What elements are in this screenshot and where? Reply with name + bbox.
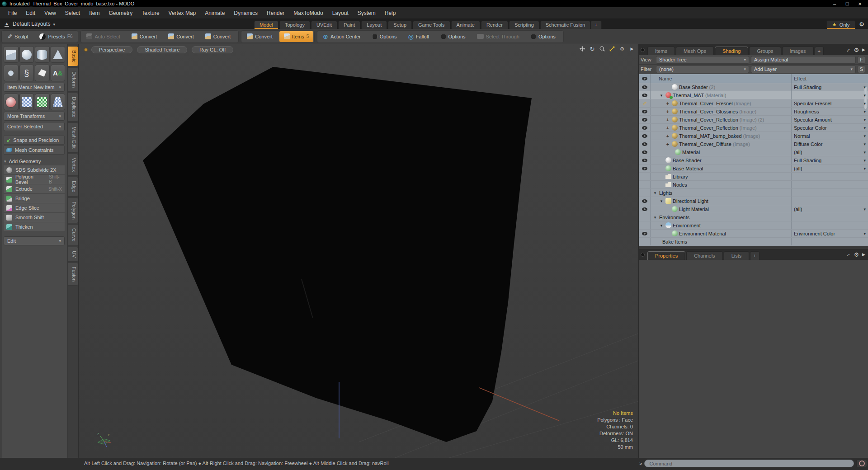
panel-tab[interactable]: Items	[647, 47, 675, 55]
effect-dropdown-icon[interactable]	[863, 118, 866, 122]
geometry-tool-item[interactable]: Edge Slice	[4, 203, 65, 213]
primitive-tool-button[interactable]	[19, 65, 34, 81]
shader-tree-row[interactable]: Thermal_Cover_Glossines (Image) Roughnes…	[639, 108, 868, 116]
center-selected-dropdown[interactable]: Center Selected	[4, 122, 65, 131]
toolbar-button[interactable]: Falloff	[404, 31, 436, 42]
effect-dropdown-icon[interactable]	[863, 142, 866, 146]
viewport-menu-arrow-icon[interactable]: ▶	[628, 45, 636, 52]
visibility-toggle[interactable]	[639, 205, 651, 213]
command-input[interactable]	[644, 460, 854, 467]
menu-item[interactable]: Animate	[200, 10, 229, 16]
workspace-tab[interactable]: Animate	[451, 21, 480, 29]
effect-cell[interactable]: Normal	[791, 132, 868, 140]
menu-item[interactable]: Dynamics	[229, 10, 262, 16]
panel-thumb-icon[interactable]	[641, 48, 645, 52]
workspace-tab[interactable]: Model	[254, 21, 278, 29]
shader-tree-row[interactable]: Environments	[639, 213, 868, 221]
primitive-tool-button[interactable]	[4, 65, 19, 81]
visibility-toggle[interactable]	[639, 197, 651, 205]
mesh-tool-button[interactable]	[4, 94, 19, 110]
shader-tree-row[interactable]: Lights	[639, 189, 868, 197]
menu-item[interactable]: Layout	[328, 10, 353, 16]
layout-selector[interactable]: Default Layouts	[13, 21, 55, 27]
effect-dropdown-icon[interactable]	[863, 207, 866, 212]
effect-cell[interactable]: (all)	[791, 148, 868, 156]
s-button[interactable]: S	[858, 66, 865, 73]
viewport-mode-button[interactable]: Shaded Texture	[137, 46, 187, 53]
tool-category-tab[interactable]: Basic	[68, 46, 78, 66]
rotate-icon[interactable]: ↻	[589, 45, 596, 52]
workspace-tab[interactable]: Schematic Fusion	[540, 21, 590, 29]
view-mode-dropdown[interactable]: Shader Tree	[656, 56, 749, 64]
visibility-toggle[interactable]	[639, 181, 651, 188]
effect-cell[interactable]: Diffuse Color	[791, 140, 868, 148]
viewport-mode-button[interactable]: Perspective	[91, 46, 132, 53]
toolbar-button[interactable]: Options	[526, 31, 562, 42]
mesh-tool-button[interactable]	[51, 94, 66, 110]
filter-dropdown[interactable]: (none)	[656, 66, 749, 73]
shader-tree-row[interactable]: Material (all)	[639, 148, 868, 156]
effect-cell[interactable]: Specular Color	[791, 124, 868, 132]
tool-category-tab[interactable]: Polygon	[68, 197, 78, 224]
effect-dropdown-icon[interactable]	[863, 109, 866, 114]
toolbar-button[interactable]: Options	[436, 31, 472, 42]
geometry-tool-item[interactable]: SDS Subdivide 2X	[4, 165, 65, 175]
add-geometry-section-header[interactable]: Add Geometry	[4, 159, 65, 164]
menu-item[interactable]: Geometry	[104, 10, 137, 16]
menu-item[interactable]: Texture	[137, 10, 164, 16]
maximize-button[interactable]: □	[841, 0, 854, 7]
effect-dropdown-icon[interactable]	[863, 158, 866, 163]
shader-tree-row[interactable]: Directional Light	[639, 197, 868, 205]
viewport-3d[interactable]: Z Y Perspective Shaded Texture Ray GL: O…	[79, 44, 638, 458]
shader-tree-row[interactable]: Thermal_MAT (Material)	[639, 91, 868, 99]
workspace-tab[interactable]: Setup	[388, 21, 412, 29]
expander-icon[interactable]	[659, 223, 664, 228]
mesh-tool-button[interactable]	[19, 94, 34, 110]
menu-item[interactable]: Select	[61, 10, 85, 16]
effect-cell[interactable]	[791, 91, 868, 99]
visibility-toggle[interactable]	[639, 91, 651, 99]
effect-cell[interactable]: Environment Color	[791, 230, 868, 237]
gear-icon[interactable]: ⚙	[859, 21, 864, 28]
viewport-mode-button[interactable]: Ray GL: Off	[192, 46, 233, 53]
zoom-icon[interactable]	[609, 45, 616, 52]
menu-item[interactable]: MaxToModo	[289, 10, 327, 16]
effect-dropdown-icon[interactable]	[863, 85, 866, 89]
visibility-toggle[interactable]	[639, 108, 651, 115]
tool-category-tab[interactable]: UV	[68, 247, 78, 262]
effect-cell[interactable]	[791, 181, 868, 188]
properties-tab[interactable]: Channels	[686, 251, 722, 260]
toolbar-button[interactable]: Convert	[127, 31, 164, 42]
visibility-toggle[interactable]	[639, 221, 651, 229]
viewport-canvas[interactable]: Z Y	[79, 44, 638, 458]
effect-cell[interactable]	[791, 189, 868, 197]
expand-panel-icon[interactable]: ↔	[844, 46, 852, 54]
expander-icon[interactable]	[665, 117, 670, 122]
gear-icon[interactable]: ⚙	[854, 47, 859, 53]
macro-record-button[interactable]	[856, 460, 867, 467]
visibility-toggle[interactable]	[639, 124, 651, 132]
tool-category-tab[interactable]: Curve	[68, 224, 78, 245]
tool-category-tab[interactable]: Edge	[68, 177, 78, 197]
effect-dropdown-icon[interactable]	[863, 166, 866, 171]
toolbar-button[interactable]: Presets F6	[35, 31, 77, 42]
shader-tree-row[interactable]: Environment	[639, 221, 868, 230]
mesh-constraints-button[interactable]: Mesh Constraints	[4, 146, 65, 155]
effect-dropdown-icon[interactable]	[863, 101, 866, 106]
shader-tree-row[interactable]: Nodes	[639, 181, 868, 189]
mesh-tool-button[interactable]	[35, 94, 50, 110]
primitive-tool-button[interactable]	[51, 46, 66, 63]
primitive-tool-button[interactable]	[4, 46, 19, 63]
geometry-tool-item[interactable]: Thicken	[4, 222, 65, 232]
visibility-toggle[interactable]	[639, 238, 651, 245]
shader-tree-row[interactable]: Library	[639, 173, 868, 181]
geometry-tool-item[interactable]: Extrude Shift-X	[4, 184, 65, 194]
visibility-toggle[interactable]	[639, 213, 651, 221]
minimize-button[interactable]: –	[828, 0, 841, 7]
geometry-tool-item[interactable]: Smooth Shift	[4, 213, 65, 222]
toolbar-button[interactable]: Options	[368, 31, 404, 42]
menu-item[interactable]: View	[40, 10, 61, 16]
assign-material-button[interactable]: Assign Material	[751, 56, 856, 64]
panel-tab[interactable]: Mesh Ops	[676, 47, 714, 55]
primitive-tool-button[interactable]	[19, 46, 34, 63]
